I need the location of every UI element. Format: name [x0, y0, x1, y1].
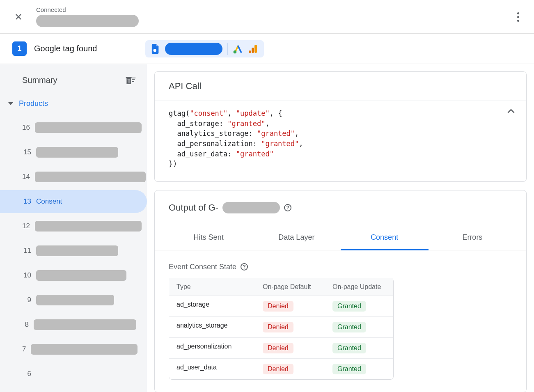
- event-num: 6: [22, 370, 31, 378]
- code-key: ad_personalization:: [169, 140, 261, 148]
- code-val: "granted": [227, 119, 265, 128]
- event-row[interactable]: 16: [0, 116, 147, 139]
- event-row-consent[interactable]: 13 Consent: [0, 190, 147, 213]
- event-num: 11: [22, 247, 31, 255]
- api-call-code: gtag("consent", "update", { ad_storage: …: [155, 101, 526, 181]
- svg-point-4: [249, 50, 251, 53]
- connected-label: Connected: [36, 6, 139, 13]
- topbar-info: Connected: [36, 6, 139, 27]
- tag-chips[interactable]: [145, 40, 264, 57]
- tag-count-badge: 1: [12, 41, 27, 56]
- pill-granted: Granted: [332, 364, 366, 374]
- pill-denied: Denied: [263, 322, 293, 332]
- consent-type: analytics_storage: [169, 317, 255, 337]
- help-icon[interactable]: ?: [284, 204, 291, 211]
- google-analytics-icon: [248, 44, 258, 54]
- consent-type: ad_user_data: [169, 359, 255, 379]
- help-icon[interactable]: ?: [241, 263, 248, 271]
- code-key: analytics_storage:: [169, 129, 257, 138]
- chevron-up-icon[interactable]: [507, 108, 515, 113]
- col-default: On-page Default: [255, 278, 325, 296]
- output-card: Output of G- ? Hits Sent Data Layer Cons…: [154, 190, 527, 392]
- code-brace: , {: [270, 109, 282, 117]
- google-ads-icon: [233, 44, 243, 54]
- redacted-event: [36, 270, 126, 281]
- event-num: 8: [22, 321, 29, 329]
- event-num: 9: [22, 296, 31, 304]
- tab-data-layer[interactable]: Data Layer: [252, 226, 340, 250]
- redacted-event: [34, 319, 136, 330]
- redacted-event: [36, 245, 118, 256]
- event-row[interactable]: 11: [0, 239, 147, 262]
- redacted-measurement-id: [222, 202, 280, 213]
- event-label: Consent: [36, 197, 62, 206]
- gtag-icon: [151, 43, 160, 55]
- redacted-event: [31, 344, 138, 355]
- redacted-domain: [36, 15, 139, 27]
- event-row[interactable]: 15: [0, 141, 147, 164]
- event-num: 12: [22, 222, 30, 230]
- products-label: Products: [19, 99, 48, 108]
- tab-errors[interactable]: Errors: [429, 226, 516, 250]
- code-comma: ,: [265, 119, 269, 128]
- svg-point-1: [234, 50, 237, 53]
- event-num: 10: [22, 271, 31, 280]
- svg-rect-2: [254, 45, 257, 53]
- col-type: Type: [169, 278, 255, 296]
- consent-row: ad_personalization Denied Granted: [169, 338, 393, 359]
- event-row[interactable]: 7: [0, 338, 147, 361]
- sidebar: Summary Products 16 15 14 13: [0, 64, 147, 392]
- code-val: "granted": [236, 150, 274, 158]
- event-row[interactable]: 14: [0, 165, 147, 188]
- consent-default: Denied: [255, 317, 325, 337]
- clear-icon[interactable]: [125, 75, 136, 85]
- pill-granted: Granted: [332, 322, 366, 332]
- api-call-card: API Call gtag("consent", "update", { ad_…: [154, 71, 527, 182]
- svg-point-0: [154, 49, 156, 52]
- consent-table-header: Type On-page Default On-page Update: [169, 278, 393, 296]
- event-consent-state-label: Event Consent State: [169, 263, 236, 271]
- redacted-event: [35, 122, 142, 133]
- consent-default: Denied: [255, 296, 325, 316]
- summary-row[interactable]: Summary: [0, 75, 147, 85]
- layout: Summary Products 16 15 14 13: [0, 64, 534, 392]
- consent-default: Denied: [255, 338, 325, 358]
- code-comma: ,: [299, 140, 303, 148]
- consent-type: ad_storage: [169, 296, 255, 316]
- code-key: ad_user_data:: [169, 150, 236, 158]
- consent-update: Granted: [325, 296, 394, 316]
- code-key: ad_storage:: [169, 119, 227, 128]
- event-row[interactable]: 9: [0, 289, 147, 312]
- close-icon[interactable]: [14, 12, 23, 21]
- tab-consent[interactable]: Consent: [341, 226, 429, 250]
- products-header[interactable]: Products: [0, 99, 147, 108]
- overflow-menu-icon[interactable]: [517, 12, 519, 22]
- consent-row: analytics_storage Denied Granted: [169, 317, 393, 338]
- code-val: "granted": [261, 140, 299, 148]
- event-consent-state-header: Event Consent State ?: [155, 250, 526, 278]
- tag-found-title: Google tag found: [34, 44, 97, 53]
- event-num: 15: [22, 148, 31, 156]
- code-arg: "consent": [190, 109, 227, 117]
- topbar: Connected: [0, 0, 534, 34]
- consent-row: ad_storage Denied Granted: [169, 296, 393, 317]
- pill-denied: Denied: [263, 301, 293, 312]
- content: API Call gtag("consent", "update", { ad_…: [147, 64, 534, 392]
- consent-table: Type On-page Default On-page Update ad_s…: [169, 278, 394, 380]
- event-row[interactable]: 8: [0, 313, 147, 336]
- divider: [227, 43, 228, 55]
- pill-denied: Denied: [263, 364, 293, 374]
- consent-default: Denied: [255, 359, 325, 379]
- event-row[interactable]: 12: [0, 215, 147, 238]
- tag-found-bar: 1 Google tag found: [0, 34, 534, 64]
- pill-granted: Granted: [332, 343, 366, 353]
- code-brace: }): [169, 160, 177, 168]
- tab-hits-sent[interactable]: Hits Sent: [165, 226, 252, 250]
- event-row[interactable]: 6: [0, 362, 147, 385]
- event-row[interactable]: 10: [0, 264, 147, 287]
- consent-update: Granted: [325, 359, 394, 379]
- event-num: 16: [22, 124, 30, 132]
- output-prefix: Output of G-: [169, 202, 218, 213]
- redacted-event: [36, 147, 118, 158]
- svg-rect-3: [252, 48, 254, 53]
